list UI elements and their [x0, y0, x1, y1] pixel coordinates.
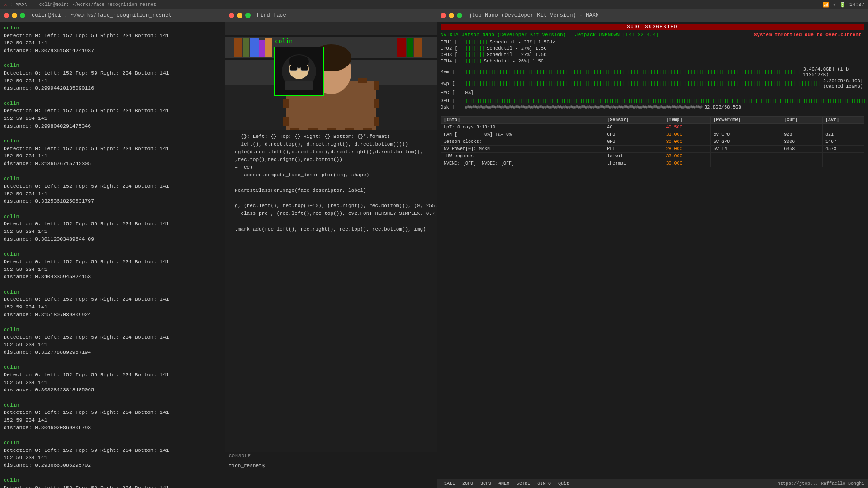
cpu1-value: Schedutil - 33%] 1.5GHz	[489, 39, 555, 45]
cpu1-bar: ||||||||	[465, 39, 488, 45]
maximize-dot[interactable]	[20, 13, 25, 18]
jtop-bottom-bar: 1ALL 2GPU 3CPU 4MEM 5CTRL 6INFO Quit htt…	[437, 479, 868, 488]
info-cell: UpT: 0 days 3:13:10	[441, 124, 604, 131]
code-line	[229, 194, 433, 202]
list-item: distance: 0.3127788892957194	[4, 349, 221, 356]
nav-quit[interactable]: Quit	[555, 481, 573, 486]
list-item: colin	[4, 137, 221, 145]
list-item	[4, 130, 221, 137]
swp-value: 2.201GB/8.1GB] (cached 169MB)	[823, 78, 864, 89]
console-body[interactable]: tion_resnet$	[225, 460, 437, 472]
power-cell: 5V IN	[711, 146, 781, 153]
list-item	[4, 281, 221, 289]
nav-2gpu[interactable]: 2GPU	[459, 481, 477, 486]
jtop-credit: https://jtop... Raffaello Bonghi	[778, 481, 864, 486]
col-sensor: [Sensor]	[604, 117, 663, 124]
list-item: colin	[4, 439, 221, 447]
table-row: UpT: 0 days 3:13:10 AO 40.50C	[441, 124, 864, 131]
svg-rect-7	[250, 38, 259, 57]
list-item: distance: 0.30328423818405065	[4, 386, 221, 394]
list-item: Detection 0: Left: 152 Top: 59 Right: 23…	[4, 484, 221, 488]
camera-feed	[225, 22, 437, 130]
cpu4-row: CPU4 [ |||||| Schedutil - 26%] 1.5C	[441, 58, 864, 64]
code-line: {}: Left: {} Top: {} Right: {} Bottom: {…	[229, 133, 433, 141]
svg-rect-8	[259, 40, 265, 57]
cpu3-bar: |||||||	[465, 52, 485, 57]
console-line: tion_resnet$	[229, 463, 265, 469]
svg-rect-12	[414, 38, 422, 57]
list-item: Detection 0: Left: 152 Top: 59 Right: 23…	[4, 334, 221, 341]
info-cell: NVENC: [OFF] NVDEC: [OFF]	[441, 160, 604, 167]
sensor-cell: GPU	[604, 138, 663, 146]
table-row: FAN [ 0%] Ta= 0% CPU 31.00C 5V CPU 928 8…	[441, 131, 864, 138]
cpu2-label: CPU2 [	[441, 46, 463, 51]
bottom-nav: 1ALL 2GPU 3CPU 4MEM 5CTRL 6INFO Quit	[441, 481, 573, 486]
list-item	[4, 356, 221, 364]
minimize-dot[interactable]	[12, 13, 17, 18]
right-minimize-dot[interactable]	[449, 13, 454, 18]
list-item: 152 59 234 141	[4, 303, 221, 311]
list-item: 152 59 234 141	[4, 39, 221, 47]
list-item: 152 59 234 141	[4, 341, 221, 349]
left-terminal: colin@Noir: ~/works/face_recognition_res…	[0, 9, 225, 488]
swp-label: Swp [	[441, 81, 463, 86]
right-maximize-dot[interactable]	[457, 13, 462, 18]
nav-1all[interactable]: 1ALL	[441, 481, 459, 486]
cpu1-row: CPU1 [ |||||||| Schedutil - 33%] 1.5GHz	[441, 39, 864, 45]
avr-cell	[823, 124, 864, 131]
right-close-dot[interactable]	[441, 13, 446, 18]
nav-6info[interactable]: 6INFO	[534, 481, 555, 486]
gpu-bar: ||||||||||||||||||||||||||||||||||||||||…	[465, 98, 868, 104]
sensor-cell: lwlwifi	[604, 153, 663, 160]
sensor-cell: PLL	[604, 146, 663, 153]
list-item: distance: 0.30793615814241987	[4, 47, 221, 55]
close-dot[interactable]	[4, 13, 9, 18]
sensor-cell: AO	[604, 124, 663, 131]
svg-rect-5	[234, 38, 242, 57]
temp-cell: 33.00C	[663, 153, 711, 160]
right-titlebar: jtop Nano (Developer Kit Version) - MAXN	[437, 9, 868, 22]
power-cell	[711, 153, 781, 160]
cur-cell	[781, 160, 823, 167]
dsk-label: Dsk [	[441, 104, 463, 110]
list-item: Detection 0: Left: 152 Top: 59 Right: 23…	[4, 32, 221, 40]
code-area[interactable]: {}: Left: {} Top: {} Right: {} Bottom: {…	[225, 130, 437, 452]
power-cell	[711, 160, 781, 167]
list-item: 152 59 234 141	[4, 228, 221, 236]
list-item: Detection 0: Left: 152 Top: 59 Right: 23…	[4, 409, 221, 417]
list-item: distance: 0.3151807039809924	[4, 311, 221, 319]
nav-5ctrl[interactable]: 5CTRL	[513, 481, 534, 486]
camera-view: colin	[225, 22, 437, 130]
nav-4mem[interactable]: 4MEM	[495, 481, 513, 486]
list-item: colin	[4, 100, 221, 108]
console-area: CONSOLE tion_resnet$	[225, 452, 437, 488]
swp-row: Swp [ ||||||||||||||||||||||||||||||||||…	[441, 78, 864, 89]
col-avr: [Avr]	[823, 117, 864, 124]
face-detection-box: colin	[274, 47, 324, 96]
middle-close-dot[interactable]	[229, 13, 234, 18]
code-line: class_pre , (rec.left(),rec.top()), cv2.…	[229, 210, 433, 218]
avr-cell: 4573	[823, 146, 864, 153]
jtop-sudo-label: SUDO SUGGESTED	[441, 24, 864, 30]
middle-minimize-dot[interactable]	[237, 13, 242, 18]
nav-3cpu[interactable]: 3CPU	[477, 481, 495, 486]
list-item: Detection 0: Left: 152 Top: 59 Right: 23…	[4, 220, 221, 228]
right-panel: jtop Nano (Developer Kit Version) - MAXN…	[437, 9, 868, 488]
system-bar-maxn: ! MAXN	[9, 2, 28, 7]
list-item	[4, 243, 221, 251]
middle-maximize-dot[interactable]	[245, 13, 251, 18]
code-line: .mark_add(rec.left(), rec.right(), rec.t…	[229, 226, 433, 233]
list-item: 152 59 234 141	[4, 417, 221, 424]
table-row: [HW engines] lwlwifi 33.00C	[441, 153, 864, 160]
list-item	[4, 55, 221, 62]
emc-value: 0%]	[465, 90, 474, 95]
left-terminal-body[interactable]: colin Detection 0: Left: 152 Top: 59 Rig…	[0, 22, 225, 488]
code-line: ngle(d.rect.left(),d.rect.top(),d.rect.r…	[229, 148, 433, 156]
table-row: NVENC: [OFF] NVDEC: [OFF] thermal 30.00C	[441, 160, 864, 167]
code-line	[229, 218, 433, 226]
right-title: jtop Nano (Developer Kit Version) - MAXN	[469, 12, 599, 19]
cpu2-row: CPU2 [ ||||||| Schedutil - 27%] 1.5C	[441, 46, 864, 51]
info-cell: [HW engines]	[441, 153, 604, 160]
temp-cell: 28.00C	[663, 146, 711, 153]
cpu3-label: CPU3 [	[441, 52, 463, 57]
